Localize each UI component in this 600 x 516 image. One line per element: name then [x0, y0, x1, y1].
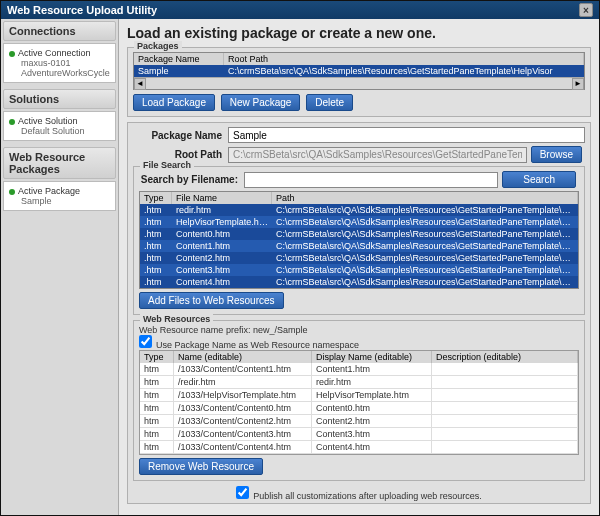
- table-row[interactable]: .htmContent1.htmC:\crmSBeta\src\QA\SdkSa…: [140, 240, 578, 252]
- search-button[interactable]: Search: [502, 171, 576, 188]
- status-dot-icon: [9, 189, 15, 195]
- col-display[interactable]: Display Name (editable): [312, 351, 432, 363]
- h-scrollbar[interactable]: ◄►: [134, 77, 584, 89]
- file-search-legend: File Search: [140, 160, 194, 170]
- web-resources-group: Web Resources Web Resource name prefix: …: [133, 320, 585, 481]
- root-path-label: Root Path: [133, 149, 228, 160]
- load-package-button[interactable]: Load Package: [133, 94, 215, 111]
- pkg-name-label: Package Name: [133, 130, 228, 141]
- table-row[interactable]: .htmContent3.htmC:\crmSBeta\src\QA\SdkSa…: [140, 264, 578, 276]
- sidebar: Connections Active Connection maxus-0101…: [1, 19, 119, 515]
- page-title: Load an existing package or create a new…: [127, 25, 591, 41]
- file-search-group: File Search Search by Filename: Search T…: [133, 166, 585, 315]
- pkg-name-input[interactable]: [228, 127, 585, 143]
- solutions-panel: Active Solution Default Solution: [3, 111, 116, 141]
- browse-button[interactable]: Browse: [531, 146, 582, 163]
- table-row[interactable]: htm/1033/Content/Content4.htmContent4.ht…: [140, 441, 578, 454]
- app-window: Web Resource Upload Utility × Connection…: [0, 0, 600, 516]
- close-icon[interactable]: ×: [579, 3, 593, 17]
- active-package-label: Active Package: [18, 186, 80, 196]
- connections-header[interactable]: Connections: [3, 21, 116, 41]
- web-resources-table[interactable]: Type Name (editable) Display Name (edita…: [139, 350, 579, 455]
- col-filename[interactable]: File Name: [172, 192, 272, 204]
- table-row[interactable]: Sample C:\crmSBeta\src\QA\SdkSamples\Res…: [134, 65, 584, 77]
- table-row[interactable]: htm/redir.htmredir.htm: [140, 376, 578, 389]
- col-path[interactable]: Path: [272, 192, 578, 204]
- packages-grid[interactable]: Package Name Root Path Sample C:\crmSBet…: [133, 52, 585, 90]
- packages-header[interactable]: Web Resource Packages: [3, 147, 116, 179]
- search-input[interactable]: [244, 172, 498, 188]
- use-pkg-name-checkbox[interactable]: [139, 335, 152, 348]
- active-solution-label: Active Solution: [18, 116, 78, 126]
- packages-legend: Packages: [134, 41, 182, 51]
- table-row[interactable]: htm/1033/HelpVisorTemplate.htmHelpVisorT…: [140, 389, 578, 402]
- col-type[interactable]: Type: [140, 351, 174, 363]
- table-row[interactable]: .htmHelpVisorTemplate.htmC:\crmSBeta\src…: [140, 216, 578, 228]
- window-title: Web Resource Upload Utility: [7, 4, 157, 16]
- col-pkg-name[interactable]: Package Name: [134, 53, 224, 65]
- web-resources-legend: Web Resources: [140, 314, 213, 324]
- table-row[interactable]: .htmContent2.htmC:\crmSBeta\src\QA\SdkSa…: [140, 252, 578, 264]
- col-root-path[interactable]: Root Path: [224, 53, 584, 65]
- server-name: maxus-0101: [9, 58, 110, 68]
- packages-panel: Active Package Sample: [3, 181, 116, 211]
- package-form: Package Name Root Path Browse File Searc…: [127, 122, 591, 504]
- col-desc[interactable]: Description (editable): [432, 351, 578, 363]
- package-name: Sample: [9, 196, 110, 206]
- col-type[interactable]: Type: [140, 192, 172, 204]
- table-row[interactable]: htm/1033/Content/Content1.htmContent1.ht…: [140, 363, 578, 376]
- active-connection-label: Active Connection: [18, 48, 91, 58]
- table-row[interactable]: htm/1033/Content/Content3.htmContent3.ht…: [140, 428, 578, 441]
- add-files-button[interactable]: Add Files to Web Resources: [139, 292, 284, 309]
- root-path-input: [228, 147, 527, 163]
- solutions-header[interactable]: Solutions: [3, 89, 116, 109]
- packages-group: Packages Package Name Root Path Sample C…: [127, 47, 591, 117]
- solution-name: Default Solution: [9, 126, 110, 136]
- table-row[interactable]: .htmredir.htmC:\crmSBeta\src\QA\SdkSampl…: [140, 204, 578, 216]
- table-row[interactable]: .htmContent4.htmC:\crmSBeta\src\QA\SdkSa…: [140, 276, 578, 288]
- use-pkg-label: Use Package Name as Web Resource namespa…: [156, 340, 359, 350]
- status-dot-icon: [9, 51, 15, 57]
- prefix-text: Web Resource name prefix: new_/Sample: [139, 325, 579, 335]
- col-name[interactable]: Name (editable): [174, 351, 312, 363]
- status-dot-icon: [9, 119, 15, 125]
- new-package-button[interactable]: New Package: [221, 94, 301, 111]
- file-grid[interactable]: Type File Name Path .htmredir.htmC:\crmS…: [139, 191, 579, 289]
- remove-web-resource-button[interactable]: Remove Web Resource: [139, 458, 263, 475]
- publish-checkbox[interactable]: [236, 486, 249, 499]
- main-content: Load an existing package or create a new…: [119, 19, 599, 515]
- titlebar: Web Resource Upload Utility ×: [1, 1, 599, 19]
- org-name: AdventureWorksCycle: [9, 68, 110, 78]
- publish-label: Publish all customizations after uploadi…: [253, 491, 482, 501]
- table-row[interactable]: htm/1033/Content/Content2.htmContent2.ht…: [140, 415, 578, 428]
- search-label: Search by Filename:: [139, 174, 244, 185]
- connections-panel: Active Connection maxus-0101 AdventureWo…: [3, 43, 116, 83]
- delete-button[interactable]: Delete: [306, 94, 353, 111]
- table-row[interactable]: htm/1033/Content/Content0.htmContent0.ht…: [140, 402, 578, 415]
- table-row[interactable]: .htmContent0.htmC:\crmSBeta\src\QA\SdkSa…: [140, 228, 578, 240]
